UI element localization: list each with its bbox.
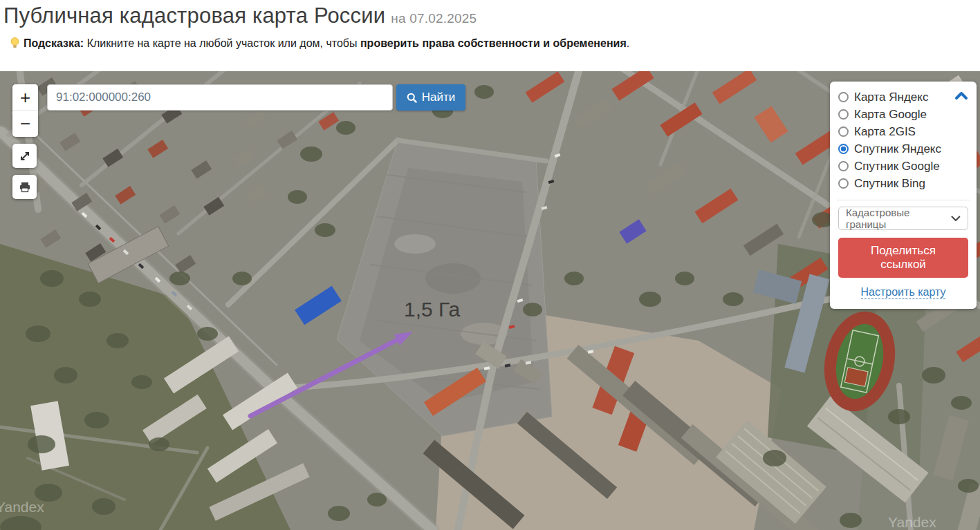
hint-bar: Подсказка: Кликните на карте на любой уч…: [10, 37, 970, 52]
layers-panel: Карта Яндекс Карта Google Карта 2GIS Спу…: [830, 82, 977, 309]
lightbulb-icon: [10, 37, 19, 52]
expand-icon: [19, 150, 31, 162]
title-text: Публичная кадастровая карта России: [3, 3, 385, 28]
layer-option-label: Карта 2GIS: [854, 125, 916, 139]
map-viewport: Yandex Yandex 1,5 Га + −: [0, 71, 980, 530]
radio-icon: [838, 144, 849, 154]
radio-icon: [838, 178, 849, 189]
search-bar: Найти: [47, 84, 465, 111]
search-icon: [407, 93, 417, 103]
page-header: Публичная кадастровая карта Россиина 07.…: [0, 0, 980, 52]
radio-icon: [838, 126, 849, 137]
page-title: Публичная кадастровая карта Россиина 07.…: [3, 3, 970, 28]
search-button[interactable]: Найти: [396, 84, 465, 111]
layer-select-value: Кадастровые границы: [846, 207, 951, 230]
hint-bold-text: проверить права собственности и обремене…: [360, 37, 627, 49]
configure-map-link[interactable]: Настроить карту: [861, 286, 946, 299]
search-button-label: Найти: [422, 91, 456, 104]
panel-divider: [837, 200, 970, 200]
map-date: на 07.02.2025: [391, 11, 477, 26]
radio-sputnik-google[interactable]: Спутник Google: [838, 158, 968, 175]
radio-karta-yandex[interactable]: Карта Яндекс: [838, 88, 968, 106]
radio-sputnik-yandex[interactable]: Спутник Яндекс: [838, 140, 968, 158]
chevron-up-icon[interactable]: [954, 91, 968, 100]
zoom-in-button[interactable]: +: [12, 84, 38, 111]
layer-option-label: Спутник Google: [854, 160, 940, 173]
fullscreen-button[interactable]: [12, 144, 37, 168]
hint-label: Подсказка:: [24, 37, 84, 49]
zoom-out-button[interactable]: −: [12, 111, 38, 137]
radio-karta-google[interactable]: Карта Google: [838, 106, 968, 123]
printer-icon: [19, 182, 31, 193]
hint-suffix: .: [627, 37, 629, 49]
radio-karta-2gis[interactable]: Карта 2GIS: [838, 123, 968, 140]
radio-icon: [838, 109, 849, 120]
yandex-watermark: Yandex: [0, 499, 44, 515]
layer-option-label: Спутник Яндекс: [854, 142, 941, 156]
layer-option-label: Карта Яндекс: [854, 91, 928, 104]
chevron-down-icon: [951, 216, 961, 222]
layer-option-label: Спутник Bing: [854, 177, 925, 191]
hint-text: Кликните на карте на любой участок или д…: [84, 37, 360, 49]
radio-icon: [838, 161, 849, 171]
layer-option-label: Карта Google: [854, 108, 927, 122]
layer-select[interactable]: Кадастровые границы: [838, 207, 968, 230]
zoom-controls: + −: [12, 84, 38, 137]
cadastral-map-page: Публичная кадастровая карта Россиина 07.…: [0, 0, 980, 530]
area-annotation: 1,5 Га: [404, 298, 460, 321]
radio-sputnik-bing[interactable]: Спутник Bing: [838, 175, 968, 192]
yandex-watermark: Yandex: [888, 514, 936, 530]
share-link-button[interactable]: Поделиться ссылкой: [838, 238, 968, 278]
search-input[interactable]: [47, 84, 393, 111]
radio-icon: [838, 92, 849, 102]
print-button[interactable]: [12, 175, 37, 199]
